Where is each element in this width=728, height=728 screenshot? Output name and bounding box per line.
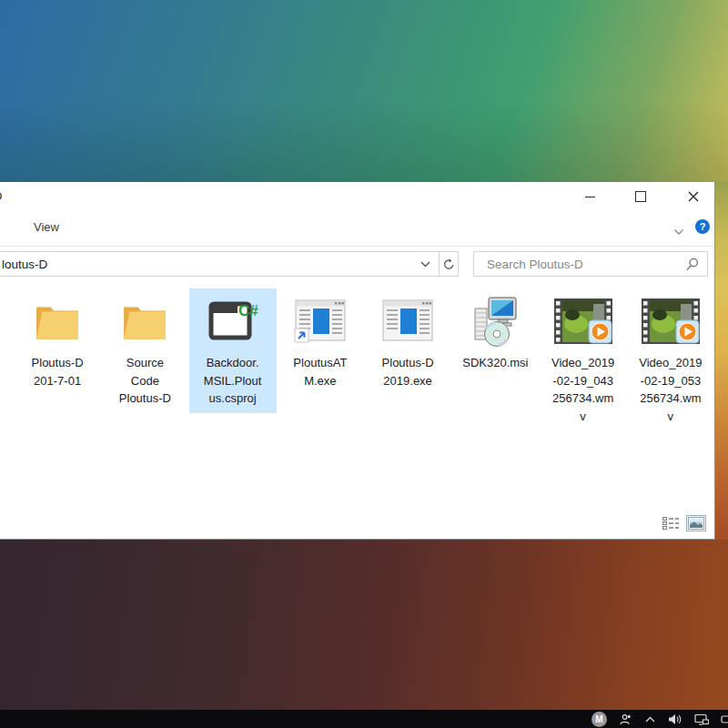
ribbon-tabs-row: View ? [0,211,714,247]
file-label: Source Code Ploutus-D [119,354,171,408]
application-shortcut-icon [294,291,347,351]
file-label: PloutusAT M.exe [293,354,347,389]
file-label: Ploutus-D 2019.exe [382,354,434,389]
thumbnails-view-button[interactable] [686,515,706,531]
chevron-down-icon [673,228,684,236]
tab-view[interactable]: View [34,220,59,234]
search-box [473,251,708,277]
network-display-icon[interactable] [694,713,709,725]
file-label: SDK320.msi [462,354,528,372]
file-label: Ploutus-D 201-7-01 [32,354,84,389]
desktop: D View ? loutus-D [0,0,728,728]
file-item-ploutus-d-2019-exe[interactable]: Ploutus-D 2019.exe [364,288,451,395]
refresh-button[interactable] [439,251,459,277]
file-item-video-2019-02-19-053256734-wmv[interactable]: Video_2019 -02-19_053 256734.wm v [627,288,714,430]
application-icon [381,291,434,351]
details-view-button[interactable] [662,515,680,531]
refresh-icon [443,258,455,270]
chevron-up-icon[interactable] [644,715,656,723]
play-button-icon [589,320,612,343]
file-item-backdoor-msil-ploutus-csproj[interactable]: C# Backdoor. MSIL.Plout us.csproj [189,288,277,413]
file-item-ploutus-d-201-7-01[interactable]: Ploutus-D 201-7-01 [14,288,101,395]
title-bar: D [0,182,714,211]
address-bar[interactable]: loutus-D [0,251,440,277]
wallpaper-top [0,0,728,182]
close-button[interactable] [680,187,707,206]
video-thumbnail-icon [554,291,612,351]
installer-icon [469,291,521,351]
file-label: Video_2019 -02-19_053 256734.wm v [639,354,702,425]
maximize-button[interactable] [627,187,654,206]
minimize-icon [585,197,595,197]
file-list: Ploutus-D 201-7-01 Source Code Ploutus-D [0,281,714,511]
window-title-fragment: D [0,189,2,203]
play-button-icon [676,320,699,343]
ribbon-collapse-button[interactable] [673,223,684,239]
people-icon[interactable] [619,713,632,726]
view-toggles [662,515,706,531]
file-label: Backdoor. MSIL.Plout us.csproj [204,354,262,408]
csharp-label: C# [238,302,258,319]
volume-icon[interactable] [668,713,682,725]
tray-overflow-icon[interactable] [721,714,728,724]
thumbnails-view-icon [688,517,704,530]
search-icon[interactable] [686,258,699,275]
status-bar [0,509,714,539]
csharp-project-icon: C# [207,291,258,351]
video-thumbnail-icon [642,291,700,351]
folder-icon [35,291,80,351]
close-icon [688,191,699,202]
search-input[interactable] [474,252,707,276]
file-item-video-2019-02-19-043256734-wmv[interactable]: Video_2019 -02-19_043 256734.wm v [540,288,627,430]
chevron-down-icon [420,261,430,268]
file-label: Video_2019 -02-19_043 256734.wm v [551,354,614,425]
wallpaper-right-strip [715,182,728,540]
wallpaper-bottom [0,540,728,710]
file-item-source-code-ploutus-d[interactable]: Source Code Ploutus-D [101,288,188,413]
user-avatar[interactable]: M [592,712,607,727]
details-view-icon [662,517,680,530]
navigation-row: loutus-D [0,247,714,281]
file-item-sdk320-msi[interactable]: SDK320.msi [451,288,539,378]
minimize-button[interactable] [576,187,603,206]
folder-icon [122,291,167,351]
explorer-window: D View ? loutus-D [0,182,715,540]
taskbar: M [0,710,728,728]
help-button[interactable]: ? [695,219,710,234]
maximize-icon [635,191,646,202]
file-item-ploutusatm-exe[interactable]: PloutusAT M.exe [277,288,364,395]
address-dropdown-button[interactable] [420,261,430,268]
address-text: loutus-D [0,258,420,271]
shortcut-arrow-icon [295,329,308,342]
